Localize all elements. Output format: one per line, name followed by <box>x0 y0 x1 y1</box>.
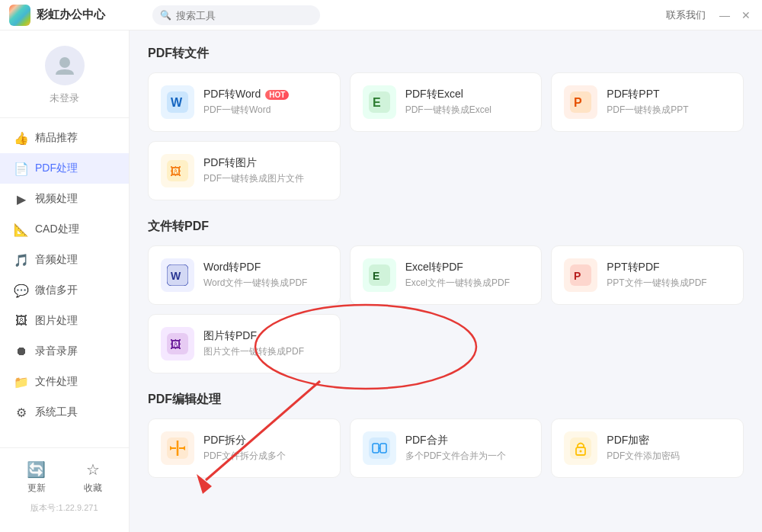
tool-card-pdf2word[interactable]: W PDF转Word HOT PDF一键转Word <box>148 72 341 132</box>
collect-button[interactable]: ☆ 收藏 <box>84 460 102 495</box>
nav-item-favorites[interactable]: 👍 精品推荐 <box>0 123 129 153</box>
ppt2pdf-icon: P <box>564 258 597 292</box>
record-icon: ⏺ <box>14 344 29 359</box>
svg-point-0 <box>59 57 70 68</box>
section-pdf-edit: PDF编辑处理 PDF拆分 PDF文件拆分成多个 <box>148 392 744 478</box>
svg-text:🖼: 🖼 <box>170 165 181 178</box>
word2pdf-name: Word转PDF <box>203 261 328 274</box>
word2pdf-icon: W <box>161 258 194 292</box>
svg-text:W: W <box>171 96 183 109</box>
pdf2word-name: PDF转Word HOT <box>203 88 328 101</box>
search-input[interactable] <box>176 10 312 21</box>
login-status[interactable]: 未登录 <box>50 91 79 105</box>
word2pdf-info: Word转PDF Word文件一键转换成PDF <box>203 261 328 290</box>
svg-text:🖼: 🖼 <box>170 338 181 351</box>
contact-us-link[interactable]: 联系我们 <box>666 8 706 22</box>
pdf2excel-info: PDF转Excel PDF一键转换成Excel <box>405 88 530 117</box>
excel2pdf-desc: Excel文件一键转换成PDF <box>405 277 530 290</box>
nav-item-image[interactable]: 🖼 图片处理 <box>0 306 129 336</box>
search-icon: 🔍 <box>160 10 171 21</box>
nav-label-file: 文件处理 <box>35 375 78 389</box>
nav-item-file[interactable]: 📁 文件处理 <box>0 367 129 397</box>
nav-item-cad[interactable]: 📐 CAD处理 <box>0 214 129 245</box>
nav-item-video[interactable]: ▶ 视频处理 <box>0 184 129 214</box>
section-pdf-to-file: PDF转文件 W PDF转Word HOT PDF一键转Word <box>148 46 744 200</box>
tool-card-pdf-lock[interactable]: PDF加密 PDF文件添加密码 <box>551 418 744 478</box>
video-icon: ▶ <box>14 191 29 207</box>
nav-label-pdf: PDF处理 <box>35 162 78 175</box>
close-button[interactable]: ✕ <box>739 8 753 22</box>
pdf-split-name: PDF拆分 <box>203 434 328 447</box>
pdf2word-desc: PDF一键转Word <box>203 104 328 117</box>
nav-item-wechat[interactable]: 💬 微信多开 <box>0 275 129 306</box>
svg-text:P: P <box>574 96 582 109</box>
main-layout: 未登录 👍 精品推荐 📄 PDF处理 ▶ 视频处理 📐 CAD处理 🎵 音频处理… <box>0 30 762 532</box>
tool-card-ppt2pdf[interactable]: P PPT转PDF PPT文件一键转换成PDF <box>551 245 744 305</box>
tools-grid-pdf-to-file: W PDF转Word HOT PDF一键转Word <box>148 72 744 200</box>
ppt2pdf-name: PPT转PDF <box>607 261 731 274</box>
pdf2excel-name: PDF转Excel <box>405 88 530 101</box>
nav-item-record[interactable]: ⏺ 录音录屏 <box>0 336 129 367</box>
excel2pdf-info: Excel转PDF Excel文件一键转换成PDF <box>405 261 530 290</box>
tools-grid-file-to-pdf: W Word转PDF Word文件一键转换成PDF E Excel <box>148 245 744 373</box>
nav-label-video: 视频处理 <box>35 192 78 206</box>
bottom-actions: 🔄 更新 ☆ 收藏 <box>0 456 129 499</box>
tool-card-pdf-split[interactable]: PDF拆分 PDF文件拆分成多个 <box>148 418 341 478</box>
pdf-merge-info: PDF合并 多个PDF文件合并为一个 <box>405 434 530 463</box>
system-icon: ⚙ <box>14 405 29 420</box>
pdf-icon: 📄 <box>14 161 29 176</box>
pdf2img-info: PDF转图片 PDF一键转换成图片文件 <box>203 156 328 185</box>
svg-text:E: E <box>373 270 379 282</box>
pdf2excel-icon: E <box>363 85 396 119</box>
version-text: 版本号:1.22.9.271 <box>0 499 129 517</box>
tool-card-pdf2img[interactable]: 🖼 PDF转图片 PDF一键转换成图片文件 <box>148 141 341 200</box>
nav-label-image: 图片处理 <box>35 314 78 328</box>
excel2pdf-name: Excel转PDF <box>405 261 530 274</box>
tool-card-excel2pdf[interactable]: E Excel转PDF Excel文件一键转换成PDF <box>350 245 543 305</box>
search-bar[interactable]: 🔍 <box>152 5 320 25</box>
content-area: PDF转文件 W PDF转Word HOT PDF一键转Word <box>130 30 762 511</box>
wechat-icon: 💬 <box>14 283 29 298</box>
pdf2ppt-info: PDF转PPT PDF一键转换成PPT <box>607 88 731 117</box>
pdf-split-icon <box>161 431 194 465</box>
avatar <box>45 46 85 85</box>
file-icon: 📁 <box>14 374 29 389</box>
nav-label-audio: 音频处理 <box>35 253 78 267</box>
pdf2word-info: PDF转Word HOT PDF一键转Word <box>203 88 328 117</box>
excel2pdf-icon: E <box>363 258 396 292</box>
image-icon: 🖼 <box>14 313 29 328</box>
section-title-pdf-to-file: PDF转文件 <box>148 46 744 62</box>
tool-card-pdf2ppt[interactable]: P PDF转PPT PDF一键转换成PPT <box>551 72 744 132</box>
nav-item-pdf[interactable]: 📄 PDF处理 <box>0 153 129 184</box>
title-bar: 彩虹办公中心 🔍 联系我们 — ✕ <box>0 0 762 30</box>
svg-text:W: W <box>171 270 181 282</box>
svg-text:P: P <box>574 270 581 282</box>
pdf-merge-icon <box>363 431 396 465</box>
nav-label-record: 录音录屏 <box>35 345 78 358</box>
nav-label-cad: CAD处理 <box>35 223 79 236</box>
tools-grid-pdf-edit: PDF拆分 PDF文件拆分成多个 PDF合并 多个PDF文件合并为一个 <box>148 418 744 478</box>
section-title-pdf-edit: PDF编辑处理 <box>148 392 744 408</box>
collect-icon: ☆ <box>86 460 100 479</box>
pdf-lock-info: PDF加密 PDF文件添加密码 <box>607 434 731 463</box>
svg-text:E: E <box>373 96 381 109</box>
pdf2excel-desc: PDF一键转换成Excel <box>405 104 530 117</box>
update-button[interactable]: 🔄 更新 <box>27 460 46 495</box>
img2pdf-icon: 🖼 <box>161 327 194 361</box>
update-icon: 🔄 <box>27 460 46 479</box>
pdf-lock-icon <box>564 431 597 465</box>
tool-card-pdf-merge[interactable]: PDF合并 多个PDF文件合并为一个 <box>350 418 543 478</box>
word2pdf-desc: Word文件一键转换成PDF <box>203 277 328 290</box>
minimize-button[interactable]: — <box>718 8 732 22</box>
pdf-split-desc: PDF文件拆分成多个 <box>203 450 328 463</box>
sidebar-bottom: 🔄 更新 ☆ 收藏 版本号:1.22.9.271 <box>0 447 129 524</box>
tool-card-img2pdf[interactable]: 🖼 图片转PDF 图片文件一键转换成PDF <box>148 314 341 373</box>
app-title: 彩虹办公中心 <box>37 8 105 22</box>
ppt2pdf-info: PPT转PDF PPT文件一键转换成PDF <box>607 261 731 290</box>
pdf2ppt-icon: P <box>564 85 597 119</box>
svg-point-30 <box>580 450 582 453</box>
tool-card-word2pdf[interactable]: W Word转PDF Word文件一键转换成PDF <box>148 245 341 305</box>
nav-item-audio[interactable]: 🎵 音频处理 <box>0 245 129 275</box>
tool-card-pdf2excel[interactable]: E PDF转Excel PDF一键转换成Excel <box>350 72 543 132</box>
nav-item-system[interactable]: ⚙ 系统工具 <box>0 397 129 428</box>
